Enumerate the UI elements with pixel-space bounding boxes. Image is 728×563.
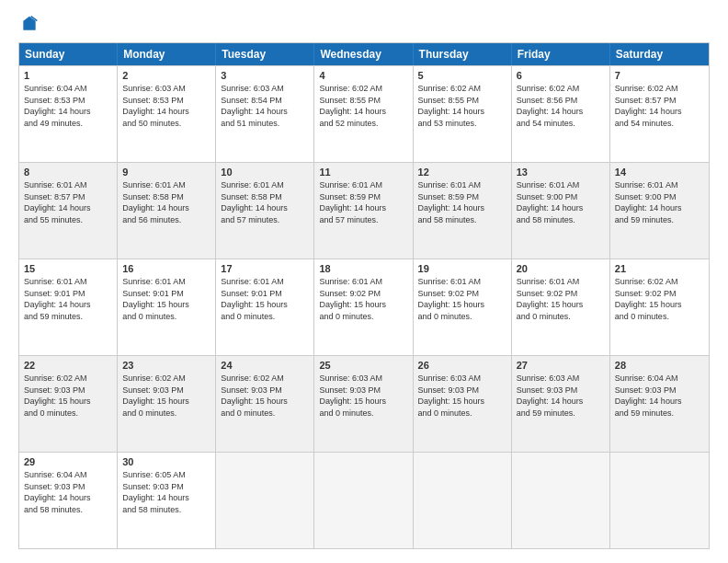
cal-row-1: 1Sunrise: 6:04 AM Sunset: 8:53 PM Daylig… <box>19 65 709 162</box>
day-info: Sunrise: 6:01 AM Sunset: 9:01 PM Dayligh… <box>122 276 210 322</box>
cal-cell: 7Sunrise: 6:02 AM Sunset: 8:57 PM Daylig… <box>610 66 709 162</box>
day-info: Sunrise: 6:05 AM Sunset: 9:03 PM Dayligh… <box>122 469 210 515</box>
day-number: 29 <box>24 456 112 467</box>
day-info: Sunrise: 6:02 AM Sunset: 9:03 PM Dayligh… <box>221 373 309 419</box>
day-number: 10 <box>221 167 309 178</box>
day-number: 17 <box>221 263 309 274</box>
day-number: 19 <box>418 263 506 274</box>
cal-cell: 11Sunrise: 6:01 AM Sunset: 8:59 PM Dayli… <box>314 163 413 259</box>
header-thursday: Thursday <box>414 43 512 65</box>
day-info: Sunrise: 6:01 AM Sunset: 8:59 PM Dayligh… <box>319 179 407 225</box>
logo <box>18 15 39 33</box>
cal-cell: 15Sunrise: 6:01 AM Sunset: 9:01 PM Dayli… <box>19 259 118 355</box>
cal-cell: 24Sunrise: 6:02 AM Sunset: 9:03 PM Dayli… <box>216 356 314 452</box>
cal-cell: 6Sunrise: 6:02 AM Sunset: 8:56 PM Daylig… <box>512 66 610 162</box>
header-wednesday: Wednesday <box>314 43 413 65</box>
cal-cell: 21Sunrise: 6:02 AM Sunset: 9:02 PM Dayli… <box>610 259 709 355</box>
day-number: 13 <box>517 167 605 178</box>
day-number: 22 <box>24 360 112 371</box>
cal-cell: 10Sunrise: 6:01 AM Sunset: 8:58 PM Dayli… <box>216 163 314 259</box>
cal-cell: 19Sunrise: 6:01 AM Sunset: 9:02 PM Dayli… <box>414 259 512 355</box>
cal-cell: 4Sunrise: 6:02 AM Sunset: 8:55 PM Daylig… <box>314 66 413 162</box>
day-number: 4 <box>319 70 407 81</box>
day-number: 9 <box>122 167 210 178</box>
cal-cell <box>216 453 314 548</box>
day-number: 15 <box>24 263 112 274</box>
calendar-header: Sunday Monday Tuesday Wednesday Thursday… <box>19 43 709 65</box>
header-sunday: Sunday <box>19 43 118 65</box>
cal-row-3: 15Sunrise: 6:01 AM Sunset: 9:01 PM Dayli… <box>19 259 709 355</box>
day-number: 30 <box>122 456 210 467</box>
day-number: 25 <box>319 360 407 371</box>
day-number: 14 <box>615 167 704 178</box>
cal-cell: 29Sunrise: 6:04 AM Sunset: 9:03 PM Dayli… <box>19 453 118 548</box>
cal-cell: 17Sunrise: 6:01 AM Sunset: 9:01 PM Dayli… <box>216 259 314 355</box>
page: Sunday Monday Tuesday Wednesday Thursday… <box>0 0 728 563</box>
day-info: Sunrise: 6:01 AM Sunset: 9:02 PM Dayligh… <box>517 276 605 322</box>
day-info: Sunrise: 6:01 AM Sunset: 9:00 PM Dayligh… <box>517 179 605 225</box>
day-number: 23 <box>122 360 210 371</box>
cal-cell: 28Sunrise: 6:04 AM Sunset: 9:03 PM Dayli… <box>610 356 709 452</box>
day-number: 12 <box>418 167 506 178</box>
header-monday: Monday <box>118 43 216 65</box>
cal-row-4: 22Sunrise: 6:02 AM Sunset: 9:03 PM Dayli… <box>19 355 709 452</box>
day-info: Sunrise: 6:02 AM Sunset: 9:02 PM Dayligh… <box>615 276 704 322</box>
day-info: Sunrise: 6:01 AM Sunset: 8:58 PM Dayligh… <box>122 179 210 225</box>
cal-cell: 27Sunrise: 6:03 AM Sunset: 9:03 PM Dayli… <box>512 356 610 452</box>
day-info: Sunrise: 6:04 AM Sunset: 9:03 PM Dayligh… <box>615 373 704 419</box>
cal-cell: 8Sunrise: 6:01 AM Sunset: 8:57 PM Daylig… <box>19 163 118 259</box>
day-info: Sunrise: 6:01 AM Sunset: 8:59 PM Dayligh… <box>418 179 506 225</box>
day-info: Sunrise: 6:01 AM Sunset: 9:00 PM Dayligh… <box>615 179 704 225</box>
calendar: Sunday Monday Tuesday Wednesday Thursday… <box>18 42 710 549</box>
cal-cell: 16Sunrise: 6:01 AM Sunset: 9:01 PM Dayli… <box>118 259 216 355</box>
day-info: Sunrise: 6:02 AM Sunset: 9:03 PM Dayligh… <box>24 373 112 419</box>
day-number: 27 <box>517 360 605 371</box>
cal-cell: 14Sunrise: 6:01 AM Sunset: 9:00 PM Dayli… <box>610 163 709 259</box>
day-number: 20 <box>517 263 605 274</box>
day-info: Sunrise: 6:01 AM Sunset: 9:01 PM Dayligh… <box>221 276 309 322</box>
cal-cell: 25Sunrise: 6:03 AM Sunset: 9:03 PM Dayli… <box>314 356 413 452</box>
cal-cell: 2Sunrise: 6:03 AM Sunset: 8:53 PM Daylig… <box>118 66 216 162</box>
day-number: 18 <box>319 263 407 274</box>
cal-cell: 5Sunrise: 6:02 AM Sunset: 8:55 PM Daylig… <box>414 66 512 162</box>
day-number: 7 <box>615 70 704 81</box>
cal-cell: 23Sunrise: 6:02 AM Sunset: 9:03 PM Dayli… <box>118 356 216 452</box>
cal-row-5: 29Sunrise: 6:04 AM Sunset: 9:03 PM Dayli… <box>19 452 709 548</box>
cal-cell: 12Sunrise: 6:01 AM Sunset: 8:59 PM Dayli… <box>414 163 512 259</box>
day-info: Sunrise: 6:02 AM Sunset: 8:56 PM Dayligh… <box>517 83 605 129</box>
day-number: 2 <box>122 70 210 81</box>
cal-cell: 26Sunrise: 6:03 AM Sunset: 9:03 PM Dayli… <box>414 356 512 452</box>
day-number: 21 <box>615 263 704 274</box>
header-saturday: Saturday <box>610 43 709 65</box>
day-info: Sunrise: 6:02 AM Sunset: 8:55 PM Dayligh… <box>319 83 407 129</box>
day-info: Sunrise: 6:01 AM Sunset: 9:02 PM Dayligh… <box>319 276 407 322</box>
day-info: Sunrise: 6:04 AM Sunset: 9:03 PM Dayligh… <box>24 469 112 515</box>
day-number: 11 <box>319 167 407 178</box>
cal-row-2: 8Sunrise: 6:01 AM Sunset: 8:57 PM Daylig… <box>19 162 709 259</box>
day-info: Sunrise: 6:01 AM Sunset: 9:02 PM Dayligh… <box>418 276 506 322</box>
cal-cell: 20Sunrise: 6:01 AM Sunset: 9:02 PM Dayli… <box>512 259 610 355</box>
cal-cell <box>610 453 709 548</box>
logo-icon <box>20 15 39 33</box>
cal-cell: 22Sunrise: 6:02 AM Sunset: 9:03 PM Dayli… <box>19 356 118 452</box>
day-number: 26 <box>418 360 506 371</box>
day-info: Sunrise: 6:03 AM Sunset: 9:03 PM Dayligh… <box>517 373 605 419</box>
cal-cell <box>414 453 512 548</box>
day-info: Sunrise: 6:02 AM Sunset: 8:57 PM Dayligh… <box>615 83 704 129</box>
day-info: Sunrise: 6:03 AM Sunset: 8:54 PM Dayligh… <box>221 83 309 129</box>
day-number: 8 <box>24 167 112 178</box>
cal-cell: 9Sunrise: 6:01 AM Sunset: 8:58 PM Daylig… <box>118 163 216 259</box>
day-info: Sunrise: 6:01 AM Sunset: 9:01 PM Dayligh… <box>24 276 112 322</box>
day-info: Sunrise: 6:02 AM Sunset: 9:03 PM Dayligh… <box>122 373 210 419</box>
day-info: Sunrise: 6:01 AM Sunset: 8:58 PM Dayligh… <box>221 179 309 225</box>
day-info: Sunrise: 6:03 AM Sunset: 9:03 PM Dayligh… <box>418 373 506 419</box>
day-info: Sunrise: 6:03 AM Sunset: 9:03 PM Dayligh… <box>319 373 407 419</box>
day-number: 28 <box>615 360 704 371</box>
cal-cell <box>314 453 413 548</box>
day-number: 16 <box>122 263 210 274</box>
calendar-body: 1Sunrise: 6:04 AM Sunset: 8:53 PM Daylig… <box>19 65 709 548</box>
cal-cell: 3Sunrise: 6:03 AM Sunset: 8:54 PM Daylig… <box>216 66 314 162</box>
day-info: Sunrise: 6:01 AM Sunset: 8:57 PM Dayligh… <box>24 179 112 225</box>
cal-cell <box>512 453 610 548</box>
cal-cell: 30Sunrise: 6:05 AM Sunset: 9:03 PM Dayli… <box>118 453 216 548</box>
